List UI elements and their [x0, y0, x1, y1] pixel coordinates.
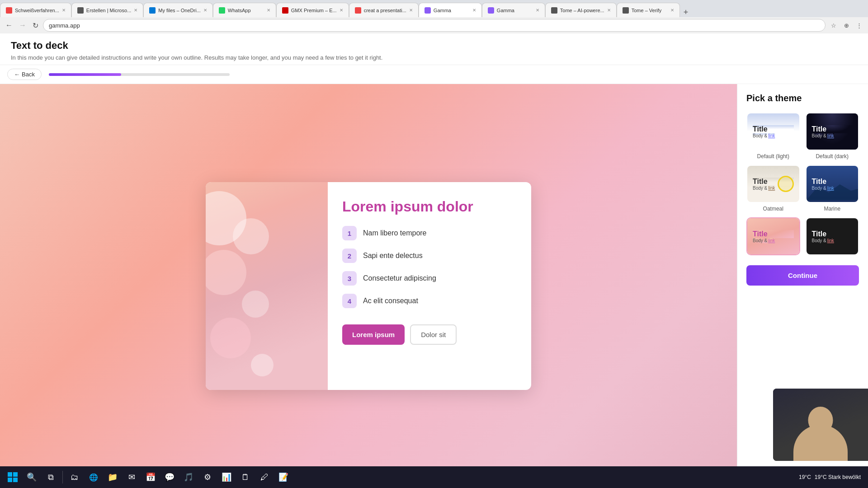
taskbar-settings[interactable]: ⚙ [198, 468, 217, 486]
taskbar-calendar[interactable]: 📅 [142, 468, 160, 486]
tab-close-2[interactable]: ✕ [134, 8, 137, 13]
tab-2[interactable]: Erstellen | Microsо... ✕ [71, 3, 143, 17]
taskbar-sep-1 [62, 471, 63, 483]
back-button[interactable]: ← Back [7, 69, 42, 80]
back-nav-button[interactable]: ← [4, 20, 14, 30]
theme-body-dark: Body & link [812, 133, 853, 138]
theme-card-darkalt[interactable]: Title Body & link [806, 217, 859, 258]
tab-5[interactable]: GMX Premium – E... ✕ [276, 3, 349, 17]
taskview-button[interactable]: ⧉ [42, 468, 60, 486]
tab-close-5[interactable]: ✕ [340, 8, 343, 13]
forward-nav-button[interactable]: → [17, 20, 28, 30]
list-text-2: Sapi ente delectus [363, 252, 423, 260]
tab-7[interactable]: Gamma ✕ [419, 3, 482, 17]
cloud-deco-2 [233, 218, 269, 254]
settings-button[interactable]: ⋮ [854, 20, 864, 31]
svg-rect-2 [13, 472, 18, 477]
tab-9[interactable]: Tome – AI-powere... ✕ [545, 3, 617, 17]
list-item-2: 2 Sapi ente delectus [342, 249, 517, 263]
tab-6[interactable]: creat a presentati... ✕ [349, 3, 419, 17]
continue-button[interactable]: Continue [746, 265, 859, 286]
theme-card-default-light[interactable]: Title Body & link Default (light) [746, 113, 800, 160]
taskbar-clock: 19°C [799, 474, 811, 480]
theme-title-darkalt: Title [812, 230, 853, 238]
theme-title-light: Title [753, 125, 794, 133]
theme-panel-title: Pick a theme [746, 93, 859, 103]
windows-icon [8, 472, 18, 482]
svg-rect-1 [8, 472, 12, 477]
theme-body-darkalt: Body & link [812, 238, 853, 243]
theme-title-dark: Title [812, 125, 853, 133]
tab-close-7[interactable]: ✕ [472, 8, 476, 13]
theme-title-peach: Title [753, 230, 794, 238]
tab-label-9: Tome – AI-powere... [560, 8, 604, 13]
tab-close-6[interactable]: ✕ [409, 8, 413, 13]
start-button[interactable] [4, 468, 22, 486]
taskbar-notepad[interactable]: 🗒 [236, 468, 255, 486]
tab-favicon-7 [425, 7, 431, 14]
theme-card-oatmeal[interactable]: Title Body & link Oatmeal [746, 165, 800, 212]
theme-grid: Title Body & link Default (light) Tit [746, 113, 859, 258]
taskbar-paint[interactable]: 🖊 [255, 468, 274, 486]
slide-area: Lorem ipsum dolor 1 Nam libero tempore 2… [0, 84, 737, 488]
tab-10[interactable]: Tome – Verify ✕ [617, 3, 680, 17]
list-item-1: 1 Nam libero tempore [342, 226, 517, 240]
cloud-deco-6 [251, 354, 274, 376]
theme-cta: Continue [746, 265, 859, 286]
theme-card-default-dark[interactable]: Title Body & link Default (dark) [806, 113, 859, 160]
app-container: Text to deck In this mode you can give d… [0, 32, 868, 488]
tab-favicon-2 [77, 7, 84, 14]
taskbar-browser[interactable]: 🌐 [85, 468, 103, 486]
tab-label-2: Erstellen | Microsо... [86, 8, 131, 13]
search-button[interactable]: 🔍 [23, 468, 41, 486]
list-number-3: 3 [342, 271, 357, 286]
tab-close-1[interactable]: ✕ [62, 8, 66, 13]
new-tab-button[interactable]: + [680, 8, 692, 17]
slide-list: 1 Nam libero tempore 2 Sapi ente delectu… [342, 226, 517, 308]
extensions-button[interactable]: ⊕ [841, 20, 852, 31]
tab-close-8[interactable]: ✕ [536, 8, 539, 13]
back-label: Back [22, 71, 35, 78]
taskbar-excel[interactable]: 📊 [217, 468, 236, 486]
taskbar-files[interactable]: 📁 [104, 468, 122, 486]
list-item-3: 3 Consectetur adipiscing [342, 271, 517, 286]
tab-8[interactable]: Gamma ✕ [482, 3, 545, 17]
slide-secondary-button[interactable]: Dolor sit [410, 324, 457, 345]
taskbar-mail[interactable]: ✉ [123, 468, 141, 486]
taskbar-music[interactable]: 🎵 [179, 468, 198, 486]
app-header: Text to deck In this mode you can give d… [0, 32, 868, 65]
svg-rect-4 [13, 478, 18, 482]
back-arrow-icon: ← [14, 71, 20, 78]
list-text-4: Ac elit consequat [363, 297, 418, 305]
taskbar: 🔍 ⧉ 🗂 🌐 📁 ✉ 📅 💬 🎵 ⚙ 📊 🗒 🖊 📝 19°C 19°C St… [0, 466, 868, 488]
slide-heading: Lorem ipsum dolor [342, 198, 517, 215]
reload-button[interactable]: ↻ [31, 20, 40, 31]
tab-favicon-9 [551, 7, 557, 14]
body [793, 425, 848, 461]
bookmark-button[interactable]: ☆ [828, 20, 839, 31]
taskbar-folder[interactable]: 🗂 [66, 468, 84, 486]
theme-card-marine[interactable]: Title Body & link Marine [806, 165, 859, 212]
tab-4[interactable]: WhatsApp ✕ [213, 3, 276, 17]
taskbar-teams[interactable]: 💬 [160, 468, 179, 486]
tab-close-3[interactable]: ✕ [203, 8, 207, 13]
tab-1[interactable]: Schweißverfahren... ✕ [0, 3, 71, 17]
taskbar-word[interactable]: 📝 [274, 468, 292, 486]
address-text: gamma.app [49, 22, 820, 29]
theme-body-light: Body & link [753, 133, 794, 138]
theme-card-peach[interactable]: Title Body & link [746, 217, 800, 258]
theme-label-default-dark: Default (dark) [806, 153, 859, 160]
tab-3[interactable]: My files – OneDri... ✕ [143, 3, 213, 17]
main-content: Lorem ipsum dolor 1 Nam libero tempore 2… [0, 84, 868, 488]
theme-body-marine: Body & link [812, 186, 853, 191]
slide-primary-button[interactable]: Lorem ipsum [342, 324, 405, 345]
app-title: Text to deck [11, 40, 857, 52]
address-bar[interactable]: gamma.app [43, 19, 826, 32]
tab-close-9[interactable]: ✕ [607, 8, 611, 13]
list-text-3: Consectetur adipiscing [363, 274, 436, 282]
tab-close-10[interactable]: ✕ [670, 8, 674, 13]
tab-close-4[interactable]: ✕ [267, 8, 270, 13]
theme-label-marine: Marine [806, 206, 859, 212]
toolbar-row: ← Back [0, 65, 868, 84]
tab-favicon-8 [488, 7, 494, 14]
